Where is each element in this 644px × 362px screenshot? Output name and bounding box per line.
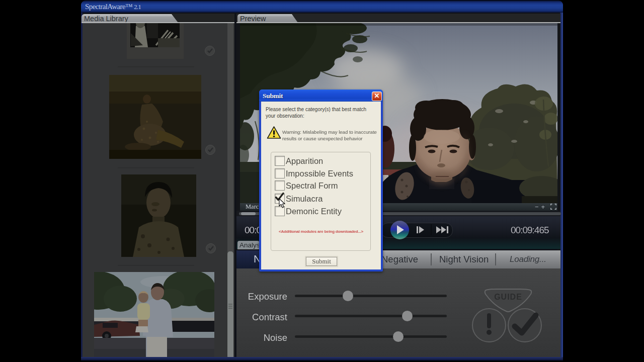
svg-text:GUIDE: GUIDE [494, 293, 522, 301]
